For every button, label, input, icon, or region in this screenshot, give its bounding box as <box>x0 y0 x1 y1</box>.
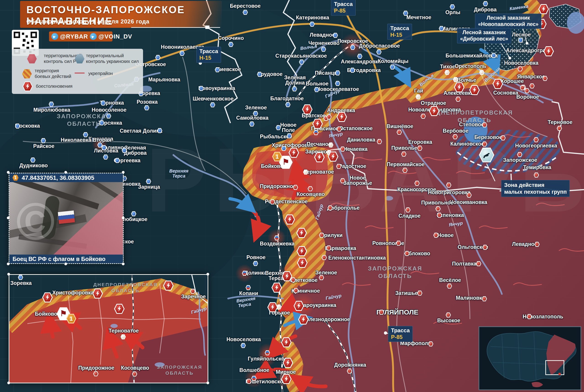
map-legend: территориальныйконтроль сил РФ территори… <box>12 49 143 94</box>
photo-caption: Боец ВС РФ с флагом в Бойково <box>9 254 123 263</box>
zone-info-box: Зона действиямалых пехотных групп <box>501 180 570 197</box>
photo-image: © <box>9 182 123 256</box>
legend-swatch-contested <box>22 69 32 79</box>
telegram-channels: @RYBAR @VOIN_DV <box>49 32 112 42</box>
channel-handle: @RYBAR <box>60 33 88 40</box>
channel-handle: @VOIN_DV <box>99 33 132 40</box>
inset-map-border <box>9 274 208 383</box>
photo-watermark: © <box>16 191 55 252</box>
telegram-icon <box>90 33 97 40</box>
legend-swatch-ru <box>27 54 37 64</box>
marker-one-icon: 1 <box>12 174 19 182</box>
legend-clash-icon <box>22 81 33 92</box>
situation-map-poster: БерестовоеСорочиноНовониколаевкаОстровск… <box>0 0 584 392</box>
photo-inset: 1 47.84337051, 36.08303905 © Боец ВС РФ … <box>9 173 124 264</box>
decor-square <box>205 26 209 29</box>
legend-line-ukrepraion <box>75 72 85 74</box>
photo-coordinates: 47.84337051, 36.08303905 <box>22 174 94 182</box>
title-banner: ВОСТОЧНО-ЗАПОРОЖСКОЕ НАПРАВЛЕНИЕ Обстано… <box>20 1 222 28</box>
page-subtitle: Обстановка к исходу 1 апреля 2026 года <box>27 18 149 25</box>
telegram-icon <box>51 33 58 40</box>
minimap-border <box>479 326 581 390</box>
russian-flag <box>58 210 75 224</box>
photo-header: 1 47.84337051, 36.08303905 <box>9 174 123 182</box>
